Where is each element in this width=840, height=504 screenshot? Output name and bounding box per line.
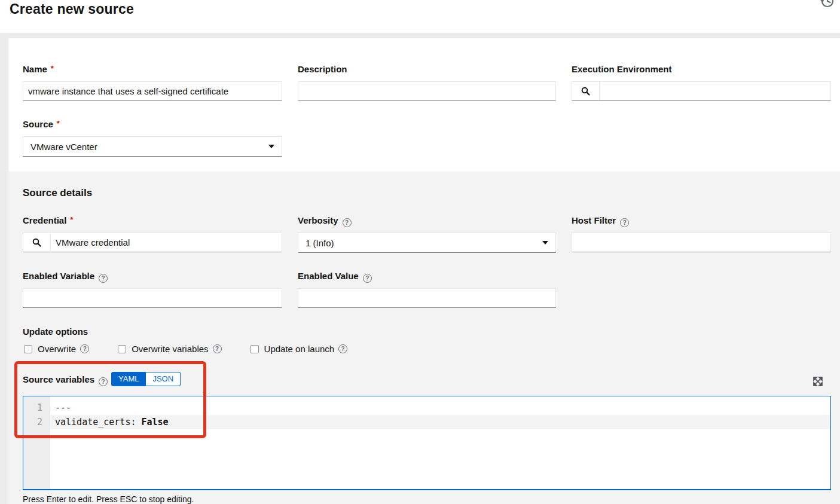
help-icon[interactable]: ?	[213, 344, 222, 353]
description-label: Description	[298, 64, 347, 74]
code-line-1: ---	[50, 401, 830, 415]
update-on-launch-checkbox-item: Update on launch ?	[251, 344, 348, 354]
execution-environment-search-button[interactable]	[572, 81, 600, 101]
chevron-down-icon	[268, 145, 274, 148]
credential-lookup	[23, 233, 282, 252]
help-icon[interactable]: ?	[363, 274, 372, 283]
source-select[interactable]: VMware vCenter	[23, 136, 282, 157]
history-icon-glyph	[820, 0, 835, 8]
description-input[interactable]	[298, 81, 556, 101]
search-icon	[32, 238, 41, 247]
credential-label: Credential*	[23, 215, 73, 225]
editor-hint: Press Enter to edit. Press ESC to stop e…	[23, 494, 194, 504]
enabled-value-label: Enabled Value?	[298, 271, 372, 283]
expand-arrows-icon	[812, 376, 823, 387]
execution-environment-input[interactable]	[600, 81, 831, 101]
help-icon[interactable]: ?	[343, 218, 352, 227]
required-marker: *	[51, 64, 54, 73]
overwrite-variables-checkbox-label: Overwrite variables	[132, 344, 208, 354]
chevron-down-icon	[542, 241, 548, 245]
source-variables-mode-toggle: YAML JSON	[111, 372, 181, 386]
name-label: Name*	[23, 64, 54, 74]
update-options-label: Update options	[23, 326, 88, 337]
json-toggle-button[interactable]: JSON	[146, 372, 181, 386]
page-title: Create new source	[10, 1, 134, 17]
update-on-launch-checkbox-label: Update on launch	[264, 344, 335, 354]
code-line-2: validate_certs: False	[50, 415, 830, 429]
yaml-toggle-button[interactable]: YAML	[111, 372, 146, 386]
credential-search-button[interactable]	[23, 233, 51, 252]
verbosity-select[interactable]: 1 (Info)	[298, 233, 556, 253]
required-marker: *	[70, 215, 73, 224]
enabled-variable-label: Enabled Variable?	[23, 271, 108, 283]
editor-gutter: 1 2	[23, 396, 50, 489]
screen: Create new source Name* Description Exec…	[0, 0, 840, 504]
overwrite-variables-checkbox-item: Overwrite variables ?	[118, 344, 221, 354]
help-icon[interactable]: ?	[620, 218, 629, 227]
enabled-variable-input[interactable]	[23, 288, 282, 308]
overwrite-checkbox-label: Overwrite	[38, 344, 76, 354]
yaml-boolean-token: False	[142, 417, 169, 427]
editor-code-area: --- validate_certs: False	[50, 396, 830, 489]
name-input[interactable]	[23, 81, 282, 101]
help-icon[interactable]: ?	[338, 344, 347, 353]
execution-environment-label: Execution Environment	[572, 64, 672, 74]
host-filter-label: Host Filter?	[572, 215, 629, 227]
credential-input[interactable]	[51, 233, 282, 252]
required-marker: *	[57, 119, 60, 128]
verbosity-select-value: 1 (Info)	[306, 238, 542, 248]
help-icon[interactable]: ?	[80, 344, 89, 353]
host-filter-input[interactable]	[572, 233, 831, 252]
source-select-value: VMware vCenter	[30, 142, 268, 152]
execution-environment-lookup	[572, 81, 831, 101]
source-variables-editor[interactable]: 1 2 --- validate_certs: False	[23, 396, 831, 490]
overwrite-variables-checkbox[interactable]	[118, 345, 126, 353]
overwrite-checkbox-item: Overwrite ?	[24, 344, 89, 354]
history-icon[interactable]	[820, 0, 835, 8]
page-header: Create new source	[0, 0, 840, 33]
search-icon	[581, 87, 590, 96]
help-icon[interactable]: ?	[99, 377, 108, 386]
source-details-heading: Source details	[23, 187, 92, 199]
overwrite-checkbox[interactable]	[24, 345, 32, 353]
source-variables-label: Source variables?	[23, 374, 108, 386]
verbosity-label: Verbosity?	[298, 215, 352, 227]
help-icon[interactable]: ?	[99, 274, 108, 283]
enabled-value-input[interactable]	[298, 288, 556, 308]
expand-button[interactable]	[812, 376, 823, 387]
line-number: 2	[23, 415, 50, 429]
source-label: Source*	[23, 119, 60, 129]
line-number: 1	[23, 401, 50, 415]
update-options-checkboxes: Overwrite ? Overwrite variables ? Update…	[24, 344, 376, 354]
update-on-launch-checkbox[interactable]	[251, 345, 259, 353]
